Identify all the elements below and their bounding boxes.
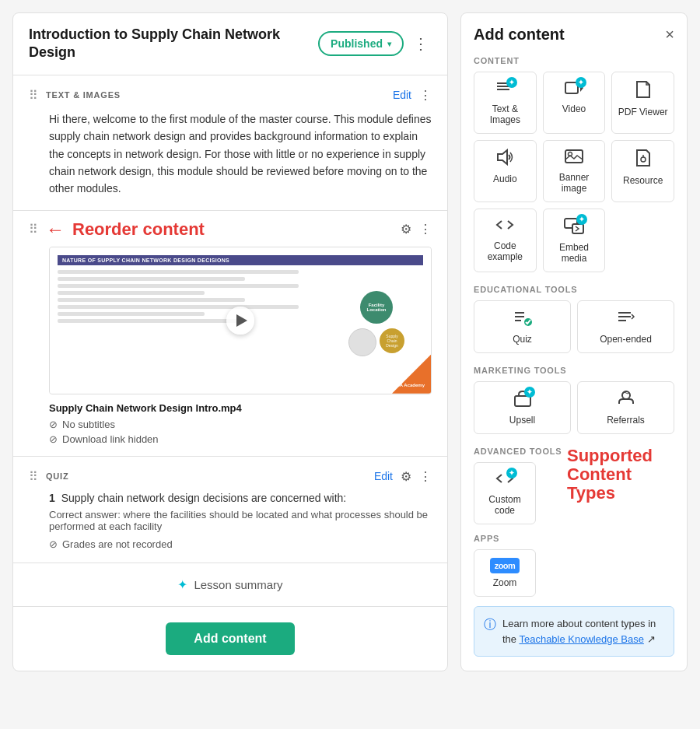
right-panel-header: Add content ×: [474, 26, 674, 44]
quiz-question: 1 Supply chain network design decisions …: [49, 492, 432, 504]
grade-icon: ⊘: [49, 538, 58, 550]
content-item-embed[interactable]: ✦ Embed media: [543, 209, 606, 272]
zoom-label: Zoom: [493, 577, 517, 588]
reorder-header: ⠿ ← Reorder content ⚙ ⋮: [29, 219, 432, 240]
block-dots-icon[interactable]: ⋮: [419, 88, 432, 103]
info-icon: ⓘ: [484, 617, 496, 633]
open-ended-label: Open-ended: [600, 334, 652, 345]
teachable-knowledge-base-link[interactable]: Teachable Knowledge Base: [519, 633, 643, 645]
quiz-dots-icon[interactable]: ⋮: [419, 469, 432, 484]
upsell-label: Upsell: [509, 415, 535, 426]
circle-medium: [348, 328, 376, 356]
code-icon: [495, 217, 514, 237]
video-dots-icon[interactable]: ⋮: [419, 222, 432, 237]
quiz-gear-icon[interactable]: ⚙: [401, 469, 411, 484]
banner-label: Banner image: [548, 172, 600, 194]
text-line: [58, 277, 245, 281]
drag-handle-icon[interactable]: ⠿: [29, 88, 38, 103]
upsell-badge: ✦: [524, 387, 535, 398]
download-detail: ⊘ Download link hidden: [49, 433, 432, 445]
lesson-summary-label: Lesson summary: [194, 578, 282, 591]
embed-label: Embed media: [548, 242, 600, 264]
quiz-grade-text: Grades are not recorded: [62, 538, 173, 550]
custom-code-badge: ✦: [506, 468, 517, 478]
marketing-section-label: MARKETING TOOLS: [474, 366, 674, 375]
zoom-icon: zoom: [490, 558, 520, 573]
block-type-label: TEXT & IMAGES: [46, 90, 121, 100]
quiz-content: 1 Supply chain network design decisions …: [29, 492, 432, 550]
more-options-button[interactable]: ⋮: [410, 31, 432, 56]
content-item-banner[interactable]: Banner image: [543, 140, 606, 202]
no-subtitles-text: No subtitles: [62, 419, 115, 430]
add-content-button[interactable]: Add content: [166, 622, 294, 655]
embed-icon: ✦: [564, 217, 584, 238]
custom-code-icon: ✦: [495, 471, 514, 490]
content-item-zoom[interactable]: zoom Zoom: [474, 549, 536, 597]
quiz-block-actions: Edit ⚙ ⋮: [374, 469, 432, 484]
pdf-icon: [635, 80, 652, 103]
content-item-text-images[interactable]: ✦ Text & Images: [474, 72, 537, 134]
embed-badge: ✦: [576, 214, 587, 225]
supported-content-annotation: SupportedContentTypes: [567, 447, 653, 503]
content-item-referrals[interactable]: Referrals: [577, 381, 674, 434]
content-item-quiz[interactable]: Quiz: [474, 300, 571, 353]
content-item-video[interactable]: ✦ Video: [543, 72, 606, 134]
quiz-grade-info: ⊘ Grades are not recorded: [49, 538, 432, 550]
video-details: ⊘ No subtitles ⊘ Download link hidden: [29, 419, 432, 445]
text-images-block: ⠿ TEXT & IMAGES Edit ⋮ Hi there, welcome…: [13, 75, 447, 211]
apps-section: APPS zoom Zoom: [474, 534, 674, 597]
resource-icon: [635, 149, 652, 171]
svg-marker-5: [498, 150, 507, 164]
content-item-pdf[interactable]: PDF Viewer: [611, 72, 674, 134]
quiz-label: Quiz: [513, 334, 532, 345]
code-label: Code example: [479, 240, 531, 262]
text-line: [58, 319, 245, 323]
quiz-icon: [513, 309, 532, 330]
text-images-badge: ✦: [506, 77, 517, 88]
block-header: ⠿ TEXT & IMAGES Edit ⋮: [29, 88, 432, 103]
chevron-down-icon: ▾: [387, 40, 391, 48]
gear-icon[interactable]: ⚙: [401, 222, 411, 237]
content-item-custom-code[interactable]: ✦ Custom code: [474, 462, 536, 524]
header-actions: Published ▾ ⋮: [318, 31, 432, 56]
slide-visual-column: FacilityLocation Supply Chain Design: [330, 270, 423, 377]
block-actions: Edit ⋮: [393, 88, 432, 103]
quiz-header: ⠿ QUIZ Edit ⚙ ⋮: [29, 469, 432, 484]
quiz-drag-handle[interactable]: ⠿: [29, 469, 38, 484]
video-block-actions: ⚙ ⋮: [401, 222, 432, 237]
edit-link[interactable]: Edit: [393, 89, 411, 101]
content-item-code[interactable]: Code example: [474, 209, 537, 272]
content-item-audio[interactable]: Audio: [474, 140, 537, 202]
video-filename: Supply Chain Network Design Intro.mp4: [29, 402, 432, 414]
quiz-correct-answer: Correct answer: where the facilities sho…: [49, 509, 432, 532]
dots-icon: ⋮: [413, 35, 429, 52]
circle-supply-chain: Supply Chain Design: [380, 328, 404, 353]
svg-rect-6: [565, 150, 583, 163]
content-item-resource[interactable]: Resource: [611, 140, 674, 202]
text-images-icon: ✦: [495, 80, 514, 100]
banner-icon: [565, 149, 583, 168]
reorder-drag-handle[interactable]: ⠿: [29, 222, 38, 237]
quiz-edit-link[interactable]: Edit: [374, 470, 393, 482]
text-line: [58, 298, 245, 302]
content-item-open-ended[interactable]: Open-ended: [577, 300, 674, 353]
block-left: ⠿ TEXT & IMAGES: [29, 88, 121, 103]
video-content: NATURE OF SUPPLY CHAIN NETWORK DESIGN DE…: [50, 247, 431, 394]
block-content: Hi there, welcome to the first module of…: [29, 110, 432, 198]
close-button[interactable]: ×: [665, 26, 674, 44]
quiz-question-text: Supply chain network design decisions ar…: [61, 492, 347, 504]
quiz-block: ⠿ QUIZ Edit ⚙ ⋮ 1 Supply chain network d…: [13, 457, 447, 563]
add-content-footer: Add content: [13, 607, 447, 671]
content-item-upsell[interactable]: ✦ Upsell: [474, 381, 571, 434]
text-line: [58, 270, 299, 274]
reorder-left: ⠿ ← Reorder content: [29, 219, 205, 240]
right-panel-title: Add content: [474, 26, 565, 44]
play-button-overlay[interactable]: [226, 307, 254, 335]
referrals-icon: [617, 390, 635, 411]
marketing-grid: ✦ Upsell Referrals: [474, 381, 674, 434]
custom-code-label: Custom code: [479, 494, 530, 516]
lesson-summary-bar[interactable]: ✦ Lesson summary: [13, 563, 447, 607]
published-button[interactable]: Published ▾: [318, 31, 404, 56]
referrals-label: Referrals: [607, 415, 645, 426]
text-line: [58, 291, 205, 295]
